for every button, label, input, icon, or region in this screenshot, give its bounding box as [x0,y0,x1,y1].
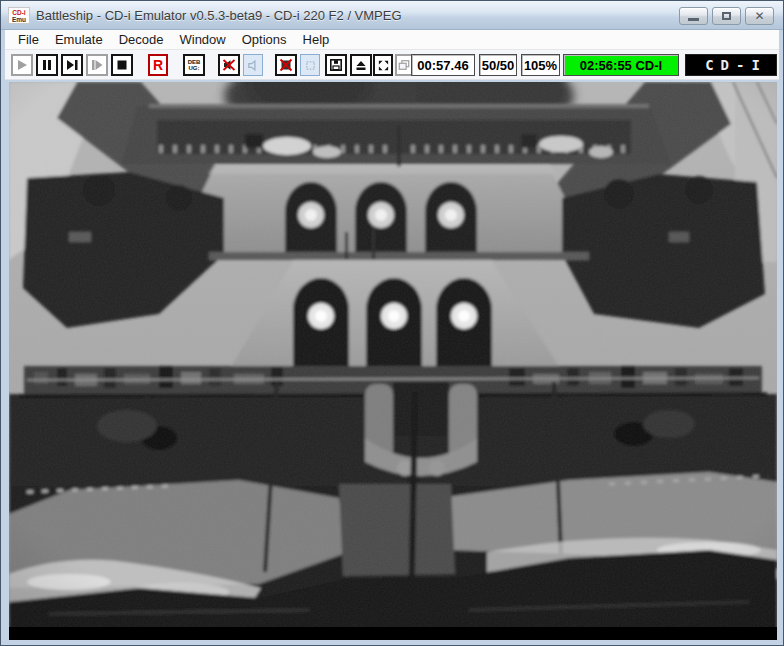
stop-button[interactable] [111,54,133,76]
battleship-video-frame [9,82,777,640]
video-plane-icon [304,59,317,72]
app-icon: CD-i Emu [8,7,30,24]
pause-icon [40,58,54,72]
debug-icon: DEB UG: [188,59,201,71]
window-title: Battleship - CD-i Emulator v0.5.3-beta9 … [36,8,402,23]
stop-icon [115,58,129,72]
emulator-window: CD-i Emu Battleship - CD-i Emulator v0.5… [0,0,784,646]
speaker-mute-icon [222,58,236,72]
menubar: File Emulate Decode Window Options Help [5,30,779,50]
maximize-icon [722,12,731,20]
reset-icon: R [153,58,163,72]
close-button[interactable]: ✕ [745,7,774,25]
menu-file[interactable]: File [10,30,47,49]
app-icon-line1: CD-i [9,9,29,16]
skip-button[interactable] [86,54,108,76]
fullscreen-icon [377,59,390,72]
video-enable-button[interactable] [300,54,320,76]
speed-display: 105% [521,54,560,76]
minimize-button[interactable] [679,7,708,25]
skip-icon [90,58,104,72]
eject-button[interactable] [350,54,372,76]
step-icon [65,58,79,72]
speaker-icon [247,59,260,72]
video-mute-button[interactable] [275,54,297,76]
reset-button[interactable]: R [148,54,168,76]
close-icon: ✕ [754,10,764,22]
titlebar[interactable]: CD-i Emu Battleship - CD-i Emulator v0.5… [1,1,783,30]
window-controls: ✕ [679,7,774,25]
play-icon [15,58,29,72]
audio-enable-button[interactable] [243,54,263,76]
floppy-save-icon [329,58,343,72]
maximize-button[interactable] [712,7,741,25]
save-button[interactable] [325,54,347,76]
menu-emulate[interactable]: Emulate [47,30,111,49]
audio-mute-button[interactable] [218,54,240,76]
menu-window[interactable]: Window [171,30,233,49]
front-panel-display: CD-I [685,54,777,76]
menu-options[interactable]: Options [234,30,295,49]
menu-help[interactable]: Help [295,30,338,49]
cascade-windows-icon [398,59,410,71]
video-mute-icon [279,58,293,72]
fullscreen-button[interactable] [373,54,393,76]
disc-time-display: 02:56:55 CD-I [563,54,679,76]
step-button[interactable] [61,54,83,76]
play-button[interactable] [11,54,33,76]
menu-decode[interactable]: Decode [111,30,172,49]
eject-icon [354,58,368,72]
minimize-icon [688,18,699,21]
pause-button[interactable] [36,54,58,76]
play-time-display: 00:57.46 [411,54,475,76]
video-output[interactable] [9,82,777,640]
debug-button[interactable]: DEB UG: [183,54,205,76]
toolbar: R DEB UG: [5,50,779,80]
app-icon-line2: Emu [9,16,29,23]
frame-ratio-display: 50/50 [479,54,517,76]
